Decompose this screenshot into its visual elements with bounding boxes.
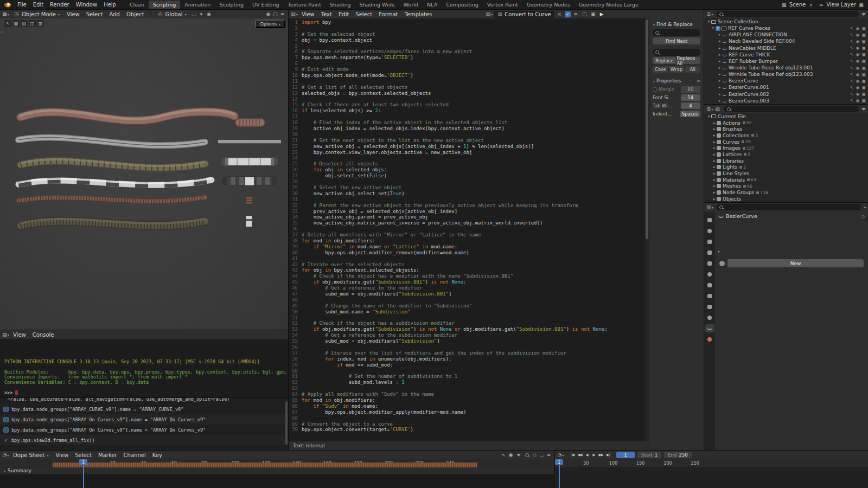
menu-edit[interactable]: Edit (30, 1, 47, 8)
selectable-icon[interactable]: ↖ (850, 72, 854, 77)
expand-caret[interactable]: ▸ (712, 159, 717, 163)
properties-tab-particles[interactable] (705, 303, 714, 311)
properties-editor-icon[interactable]: ▥▾ (706, 204, 713, 211)
code-line[interactable]: 4obj = bpy.context.object (289, 37, 644, 43)
code-line[interactable]: 44 # Check if the object has a modifier … (289, 273, 644, 279)
gizmos-icon[interactable]: ▢ (272, 11, 279, 18)
code-line[interactable]: 42# Iterate over the selected objects (289, 262, 644, 268)
selectable-icon[interactable]: ↖ (850, 26, 854, 31)
code-line[interactable]: 27 obj.select_set(False) (289, 173, 644, 179)
code-line[interactable]: 9# Exit edit mode (289, 67, 644, 73)
outliner-row-object[interactable]: ▸BezierCurve.002↖◉▣ (704, 91, 868, 98)
properties-tab-view-layer[interactable] (705, 248, 714, 256)
properties-search-input[interactable] (716, 204, 861, 210)
properties-tab-object[interactable] (705, 281, 714, 289)
end-frame-field[interactable]: End 250 (664, 452, 691, 458)
code-line[interactable]: 14 (289, 97, 644, 102)
selectable-icon[interactable]: ↖ (850, 79, 854, 84)
outliner-row-scene-collection[interactable]: ▾Scene Collection (704, 18, 868, 25)
hide-eye-icon[interactable]: ◉ (856, 66, 859, 70)
blend-row-objects[interactable]: ▸Objects (704, 196, 868, 202)
dope-menu-channel[interactable]: Channel (120, 452, 149, 459)
expand-caret[interactable]: ▸ (712, 178, 717, 182)
overlays-icon[interactable]: ≡ (279, 11, 286, 18)
mode-selector[interactable]: ◳ Object Mode ▾ (10, 10, 63, 18)
viewport-menu-add[interactable]: Add (106, 11, 123, 18)
code-line[interactable]: 21 # Set the next object in the list as … (289, 138, 644, 144)
properties-tab-world[interactable] (705, 270, 714, 278)
code-line[interactable]: 63 (289, 386, 644, 391)
dope-sheet-editor-icon[interactable]: ◔▾ (2, 452, 9, 459)
expand-caret[interactable]: ▸ (717, 92, 722, 97)
jump-to-start-button[interactable]: |◀ (569, 452, 576, 458)
timeline-editor-icon[interactable]: ◔▾ (557, 452, 564, 459)
console-line[interactable]: >>> (4, 390, 288, 395)
snap-magnet-icon[interactable]: ◡ (190, 11, 197, 18)
find-next-button[interactable]: Find Next (653, 37, 700, 44)
workspace-tab-geometry-nodes[interactable]: Geometry Nodes (522, 1, 575, 9)
outliner-row-object[interactable]: ▸NewCables MIDDLE↖◉▣ (704, 45, 868, 52)
code-area[interactable]: 1import bpy23# Get the selected object4o… (289, 18, 644, 441)
outliner-row-object[interactable]: ▸Neck Beveled Side REF.004↖◉▣ (704, 38, 868, 44)
hide-eye-icon[interactable]: ◉ (856, 85, 859, 90)
hide-eye-icon[interactable]: ◉ (856, 92, 859, 97)
workspace-tab-uv-editing[interactable]: UV Editing (248, 1, 284, 9)
info-line-clipped[interactable]: =False, use_accurate=False, alt_navigati… (0, 398, 288, 404)
select-box-tool-icon[interactable]: ▦ (12, 20, 20, 27)
code-line[interactable]: 47 subd_mod = obj.modifiers["Subdivision… (289, 291, 644, 297)
info-scrollbar[interactable] (285, 401, 288, 445)
properties-filter-icon[interactable]: ▾ (864, 206, 866, 209)
info-line[interactable]: bpy.data.node_groups["ARRAY On Curves_v9… (0, 414, 288, 425)
expand-caret[interactable]: ▸ (712, 152, 717, 157)
code-line[interactable]: 39 if "Mirror" in mod.name or "Lattice" … (289, 244, 644, 250)
timeline-playhead[interactable]: 1 (559, 459, 560, 488)
pin-icon[interactable]: ◇ (861, 214, 865, 219)
new-button[interactable]: New (727, 259, 864, 267)
proportional-keys-icon[interactable]: ◇ (531, 452, 538, 459)
hide-eye-icon[interactable]: ◉ (856, 39, 859, 44)
select-lasso-tool-icon[interactable]: ◫ (29, 20, 36, 27)
outliner-row-object[interactable]: ▸Wrinkle Tube Piece Ref obj123.001↖◉▣ (704, 65, 868, 71)
expand-caret[interactable]: ▸ (717, 53, 722, 57)
expand-caret[interactable]: ▸ (717, 33, 722, 37)
code-scrollbar[interactable] (645, 18, 649, 441)
code-line[interactable]: 58 for index, mod in enumerate(obj.modif… (289, 356, 644, 362)
code-line[interactable]: 41 (289, 256, 644, 262)
code-line[interactable]: 62 subd_mod.levels = 1 (289, 380, 644, 386)
field-value[interactable]: 4 (681, 102, 700, 109)
menu-help[interactable]: Help (100, 1, 119, 8)
blend-row-lights[interactable]: ▸Lights2 (704, 164, 868, 171)
view-layer-selector[interactable]: ≡ View Layer ▣ (818, 1, 865, 8)
tube-thin-striped[interactable] (18, 197, 205, 201)
dope-menu-select[interactable]: Select (72, 452, 95, 459)
expand-caret[interactable]: ▸ (712, 197, 717, 201)
replace-all-button[interactable]: Replace All (677, 57, 701, 64)
select-circle-tool-icon[interactable]: ▤ (21, 20, 28, 27)
disable-render-camera-icon[interactable]: ▣ (861, 92, 866, 97)
text-datablock-field[interactable]: ▤ Convert to Curve (494, 11, 554, 18)
blend-row-actions[interactable]: ▸Actions92 (704, 120, 868, 126)
dope-filter-funnel-icon[interactable] (516, 454, 521, 457)
dope-search-icon[interactable] (525, 453, 529, 457)
dope-menu-key[interactable]: Key (149, 452, 165, 459)
code-line[interactable]: 3# Get the selected object (289, 31, 644, 37)
blend-row-current-file[interactable]: ▾Current File (704, 113, 868, 120)
disable-render-camera-icon[interactable]: ▣ (861, 33, 866, 37)
cursor-tool-icon[interactable]: ▥ (37, 20, 44, 27)
code-line[interactable]: 12# Get a list of all selected objects (289, 85, 644, 91)
outliner-filter-icon[interactable] (861, 13, 866, 16)
expand-caret[interactable]: ▸ (712, 127, 717, 131)
hide-eye-icon[interactable]: ◉ (856, 59, 859, 63)
code-line[interactable]: 65for mod in obj.modifiers: (289, 397, 644, 403)
blend-row-curves[interactable]: ▸Curves29 (704, 139, 868, 145)
expand-caret[interactable]: ▸ (712, 165, 717, 169)
code-line[interactable]: 1import bpy (289, 20, 644, 25)
console-menu-view[interactable]: View (10, 331, 29, 338)
disable-render-camera-icon[interactable]: ▣ (861, 98, 866, 103)
toggle-wrap[interactable]: Wrap (669, 66, 685, 73)
timeline-ruler[interactable]: 50100150200250 (555, 459, 868, 467)
code-line[interactable]: 16if len(selected_objs) >= 2: (289, 108, 644, 114)
tube-pink[interactable] (21, 110, 234, 120)
run-script-button[interactable]: ▶ (598, 11, 605, 18)
margin-checkbox[interactable] (653, 87, 657, 92)
